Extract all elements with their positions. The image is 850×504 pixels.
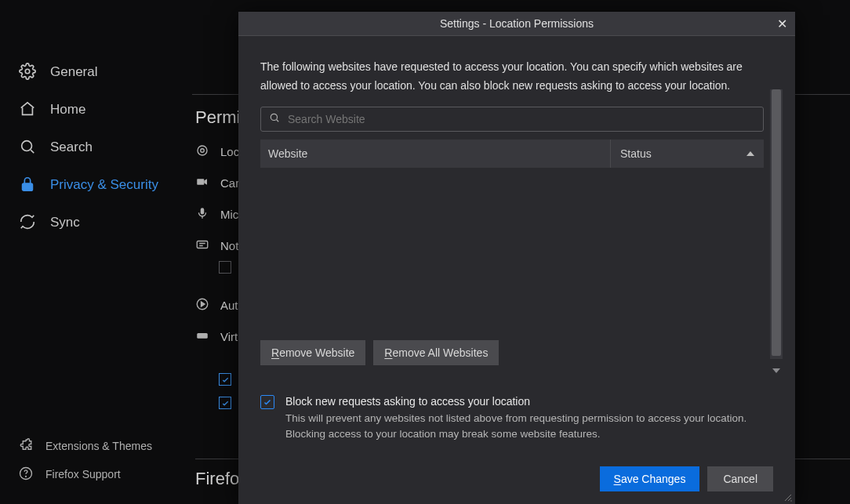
search-icon: [269, 112, 280, 125]
location-icon: [195, 143, 209, 160]
svg-point-5: [201, 148, 205, 152]
remove-website-button[interactable]: Remove Website: [260, 340, 365, 365]
svg-rect-8: [201, 208, 205, 214]
check-icon: [263, 397, 272, 407]
sync-icon: [19, 213, 36, 233]
svg-point-12: [271, 114, 277, 120]
close-button[interactable]: ✕: [773, 15, 790, 32]
camera-icon: [195, 175, 209, 191]
search-icon: [19, 138, 36, 158]
column-header-website[interactable]: Website: [260, 140, 611, 168]
search-website-field[interactable]: [260, 107, 764, 132]
websites-table: Website Status: [260, 140, 764, 328]
sidebar-footer-support[interactable]: Firefox Support: [0, 460, 192, 488]
sidebar-item-search[interactable]: Search: [0, 129, 192, 166]
chevron-down-icon: [772, 368, 780, 373]
puzzle-icon: [19, 438, 33, 455]
resize-handle[interactable]: [783, 491, 792, 501]
column-header-status[interactable]: Status: [611, 140, 764, 168]
svg-point-1: [22, 140, 32, 150]
checkbox-icon: [219, 397, 231, 409]
block-checkbox-label: Block new requests asking to access your…: [285, 395, 764, 408]
remove-all-websites-button[interactable]: Remove All Websites: [373, 340, 499, 365]
svg-point-6: [198, 146, 207, 155]
sidebar-item-label: Privacy & Security: [50, 177, 158, 193]
checkbox-icon: [219, 373, 231, 386]
dialog-titlebar: Settings - Location Permissions ✕: [238, 12, 795, 35]
lock-icon: [19, 176, 36, 195]
save-changes-button[interactable]: Save Changes: [600, 466, 700, 491]
home-icon: [19, 100, 36, 120]
notification-icon: [195, 237, 209, 254]
svg-rect-7: [197, 179, 204, 185]
vr-icon: [195, 328, 209, 345]
search-input[interactable]: [286, 112, 755, 126]
svg-point-0: [25, 69, 30, 74]
gear-icon: [19, 63, 36, 82]
sidebar-footer-extensions[interactable]: Extensions & Themes: [0, 432, 192, 460]
microphone-icon: [195, 206, 209, 223]
svg-point-13: [790, 500, 792, 502]
settings-sidebar: General Home Search Privacy & Security S…: [0, 0, 192, 504]
location-permissions-dialog: Settings - Location Permissions ✕ The fo…: [238, 12, 795, 504]
dialog-scrollbar[interactable]: [770, 89, 783, 359]
sidebar-item-sync[interactable]: Sync: [0, 204, 192, 241]
autoplay-icon: [195, 297, 209, 314]
sidebar-item-label: Search: [50, 140, 93, 155]
sidebar-footer-label: Extensions & Themes: [45, 440, 152, 452]
scrollbar-thumb[interactable]: [772, 89, 781, 356]
sidebar-item-label: Sync: [50, 215, 80, 230]
svg-rect-11: [197, 333, 208, 339]
sidebar-item-general[interactable]: General: [0, 53, 192, 91]
dialog-intro-text: The following websites have requested to…: [260, 58, 764, 96]
svg-point-4: [26, 476, 27, 477]
sidebar-item-privacy-security[interactable]: Privacy & Security: [0, 166, 192, 204]
close-icon: ✕: [777, 16, 787, 31]
svg-rect-2: [23, 183, 33, 190]
sidebar-item-label: Home: [50, 102, 85, 118]
scrollbar-down-button[interactable]: [770, 364, 783, 378]
question-icon: [19, 466, 33, 483]
dialog-title: Settings - Location Permissions: [238, 17, 795, 30]
block-checkbox-description: This will prevent any websites not liste…: [285, 411, 764, 443]
block-new-requests-checkbox[interactable]: [260, 395, 274, 409]
sidebar-item-home[interactable]: Home: [0, 91, 192, 129]
sidebar-footer-label: Firefox Support: [45, 468, 121, 480]
sort-ascending-icon: [746, 151, 754, 156]
sidebar-item-label: General: [50, 64, 97, 80]
cancel-button[interactable]: Cancel: [707, 466, 773, 491]
svg-rect-9: [197, 241, 208, 248]
